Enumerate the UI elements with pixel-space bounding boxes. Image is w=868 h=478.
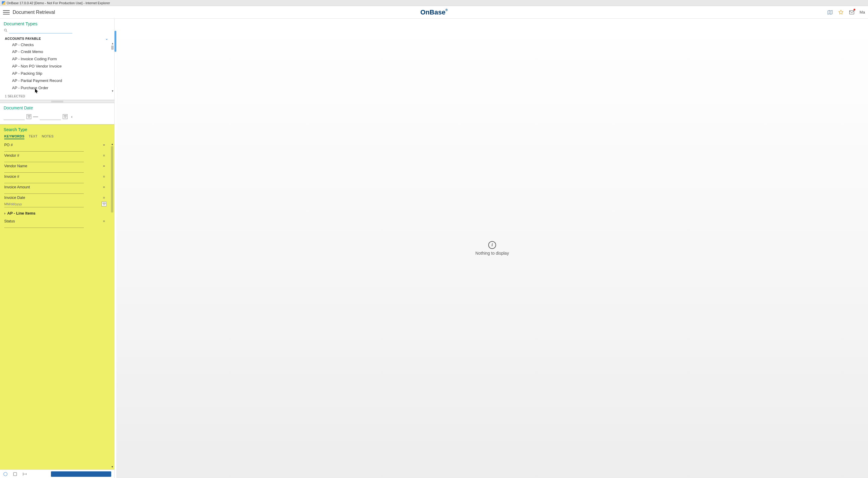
doc-type-group-header[interactable]: ACCOUNTS PAYABLE ⌄ [0, 35, 114, 41]
chevron-left-icon[interactable]: ‹ [71, 114, 73, 119]
svg-point-1 [4, 29, 6, 31]
document-type-search-input[interactable] [9, 27, 72, 33]
kw-label: Status [4, 219, 15, 223]
svg-point-3 [4, 472, 7, 476]
page-title: Document Retrieval [13, 10, 55, 15]
footer-icon[interactable] [3, 472, 8, 477]
ie-favicon [2, 1, 5, 5]
tab-keywords[interactable]: KEYWORDS [4, 134, 24, 139]
search-type-tabs: KEYWORDS TEXT NOTES [0, 133, 114, 141]
search-type-header: Search Type [0, 125, 114, 133]
operator-icon[interactable]: = [101, 164, 106, 168]
document-types-panel: Document Types ACCOUNTS PAYABLE ⌄ AP - C… [0, 19, 114, 100]
calendar-icon[interactable] [63, 114, 67, 119]
resizer-grip[interactable] [115, 31, 116, 52]
sidebar-footer [0, 470, 114, 478]
search-button[interactable] [51, 471, 111, 477]
operator-icon[interactable]: = [101, 219, 106, 223]
document-date-panel: Document Date — ‹ [0, 103, 114, 125]
expander-label: AP - Line Items [7, 211, 36, 216]
mail-icon[interactable] [849, 9, 855, 15]
info-icon: i [488, 241, 496, 249]
kw-label: Vendor Name [4, 164, 27, 168]
svg-rect-0 [849, 10, 854, 14]
doc-type-item[interactable]: AP - Purchase Requisition [5, 92, 111, 93]
topbar: Document Retrieval OnBase® Ma [0, 6, 868, 19]
scroll-down-icon[interactable]: ▾ [112, 465, 113, 468]
svg-rect-4 [13, 472, 17, 476]
keyword-field-vendor-name[interactable]: Vendor Name = [4, 164, 106, 173]
kw-input[interactable] [4, 162, 84, 162]
empty-state-text: Nothing to display [475, 251, 509, 256]
keyword-list: PO # = Vendor # = [0, 141, 110, 470]
keyword-field-invoice-num[interactable]: Invoice # = [4, 174, 106, 183]
keyword-field-invoice-date[interactable]: Invoice Date = [4, 196, 106, 208]
operator-icon[interactable]: = [101, 185, 106, 189]
calendar-icon[interactable] [27, 114, 31, 119]
search-type-panel: Search Type KEYWORDS TEXT NOTES PO # = [0, 125, 114, 470]
date-to-input[interactable] [40, 113, 61, 120]
doc-type-item[interactable]: AP - Partial Payment Record [5, 77, 111, 85]
ap-line-items-expander[interactable]: › AP - Line Items [4, 209, 106, 217]
scroll-down-icon[interactable]: ▾ [112, 90, 113, 93]
tab-text[interactable]: TEXT [29, 134, 37, 139]
window-title: OnBase 17.0.0.42 [Demo - Not For Product… [7, 1, 110, 5]
sidebar-resizer[interactable] [115, 19, 116, 478]
date-from-input[interactable] [4, 113, 25, 120]
doc-type-item[interactable]: AP - Non PO Vendor Invoice [5, 63, 111, 70]
chevron-down-icon: ⌄ [105, 36, 108, 41]
footer-icon[interactable] [22, 472, 27, 477]
star-icon[interactable] [838, 9, 844, 15]
scroll-up-icon[interactable]: ▴ [112, 42, 113, 45]
chevron-right-icon: › [4, 211, 5, 216]
document-types-header: Document Types [0, 19, 114, 26]
document-type-list[interactable]: AP - Checks AP - Credit Memo AP - Invoic… [0, 41, 111, 93]
brand-logo: OnBase® [421, 8, 448, 16]
doc-type-item[interactable]: AP - Purchase Order [5, 85, 111, 92]
date-separator: — [33, 114, 38, 119]
kw-input[interactable] [4, 172, 84, 173]
kw-label: Invoice # [4, 174, 19, 179]
sidebar: Document Types ACCOUNTS PAYABLE ⌄ AP - C… [0, 19, 115, 478]
keyword-field-po[interactable]: PO # = [4, 143, 106, 152]
kw-input[interactable] [4, 193, 84, 194]
top-right-text: Ma [860, 10, 865, 14]
doc-type-item[interactable]: AP - Checks [5, 41, 111, 49]
keyword-field-vendor-num[interactable]: Vendor # = [4, 153, 106, 162]
kw-label: Invoice Date [4, 196, 25, 200]
doc-type-item[interactable]: AP - Credit Memo [5, 49, 111, 56]
search-icon [4, 28, 8, 33]
kw-input[interactable] [4, 151, 84, 152]
invoice-date-input[interactable] [4, 202, 28, 206]
keyword-field-status[interactable]: Status = [4, 219, 106, 228]
browser-titlebar: OnBase 17.0.0.42 [Demo - Not For Product… [0, 0, 868, 6]
panel-resize-handle[interactable] [0, 100, 114, 103]
scroll-thumb[interactable] [111, 45, 114, 50]
scroll-up-icon[interactable]: ▴ [112, 142, 113, 146]
tab-notes[interactable]: NOTES [42, 134, 54, 139]
menu-icon[interactable] [3, 9, 10, 16]
selected-count: 1 SELECTED [0, 93, 114, 100]
kw-label: Invoice Amount [4, 185, 30, 189]
svg-line-2 [6, 31, 7, 32]
kw-input[interactable] [4, 183, 84, 183]
kw-label: Vendor # [4, 153, 19, 158]
calendar-icon[interactable] [101, 202, 106, 206]
doc-type-item[interactable]: AP - Packing Slip [5, 70, 111, 77]
operator-icon[interactable]: = [101, 196, 106, 200]
doc-type-scrollbar[interactable]: ▴ ▾ [111, 41, 114, 93]
operator-icon[interactable]: = [101, 174, 106, 179]
group-label: ACCOUNTS PAYABLE [5, 37, 41, 40]
main-content: i Nothing to display [116, 19, 868, 478]
map-icon[interactable] [827, 9, 833, 15]
document-date-label: Document Date [4, 105, 111, 110]
keyword-scrollbar[interactable]: ▴ ▾ [110, 141, 114, 470]
operator-icon[interactable]: = [101, 153, 106, 158]
keyword-field-invoice-amount[interactable]: Invoice Amount = [4, 185, 106, 194]
kw-label: PO # [4, 143, 13, 147]
operator-icon[interactable]: = [101, 143, 106, 147]
scroll-thumb[interactable] [111, 146, 113, 213]
footer-icon[interactable] [13, 472, 18, 477]
doc-type-item[interactable]: AP - Invoice Coding Form [5, 56, 111, 63]
